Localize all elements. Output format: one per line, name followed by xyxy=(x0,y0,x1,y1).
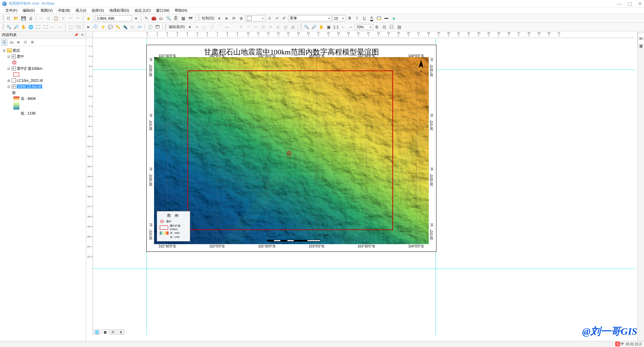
layout-fwd[interactable]: → xyxy=(347,24,354,30)
zoom-out-button[interactable]: 🔎 xyxy=(13,24,19,30)
pan-button[interactable]: ✋ xyxy=(20,24,27,30)
text-button[interactable]: A xyxy=(266,15,273,22)
menu-bookmarks[interactable]: 书签(B) xyxy=(55,7,73,14)
rotate-tool[interactable]: ⟳ xyxy=(267,24,274,30)
toc-close-icon[interactable]: ✕ xyxy=(81,33,84,37)
italic-button[interactable]: I xyxy=(354,15,360,22)
hyperlink-button[interactable]: ⚡ xyxy=(100,24,106,30)
scale-input[interactable] xyxy=(95,15,132,21)
create-features[interactable]: ▦ xyxy=(289,24,296,30)
catalog-button[interactable]: 🗂 xyxy=(158,15,164,22)
open-button[interactable]: 📂 xyxy=(13,15,19,22)
layout-zoom-out[interactable]: 🔎 xyxy=(310,24,317,30)
marker-color-button[interactable]: ● xyxy=(390,15,397,22)
create-viewer-button[interactable]: 🗔 xyxy=(154,24,161,30)
layer-checkbox[interactable] xyxy=(12,78,16,82)
select-element-button[interactable]: ➤ xyxy=(223,15,230,22)
map-title[interactable]: 甘肃积石山地震震中100km范围内数字高程模型晕渲图 xyxy=(147,47,436,57)
edit-vertices[interactable]: ✐ xyxy=(281,15,287,22)
minimize-button[interactable]: — xyxy=(617,1,622,6)
toolbar-grip[interactable] xyxy=(3,24,4,30)
layout-100[interactable]: 1:1 xyxy=(333,24,339,30)
zoom-to-elements[interactable]: ⊕ xyxy=(238,15,245,22)
add-data-button[interactable]: ◆ xyxy=(85,15,92,22)
toc-list-by-source[interactable]: 🗃 xyxy=(8,39,14,45)
map-body[interactable] xyxy=(154,57,429,244)
dock-tab-catalog[interactable]: 目录 xyxy=(638,33,644,37)
edit-vertices2[interactable]: ✐ xyxy=(238,24,245,30)
point-tool[interactable]: · xyxy=(231,24,237,30)
font-size-select[interactable]: 10 xyxy=(332,15,346,21)
bold-button[interactable]: B xyxy=(346,15,353,22)
underline-button[interactable]: U xyxy=(361,15,368,22)
copy-button[interactable]: ⧉ xyxy=(45,15,52,22)
fwd-extent[interactable]: → xyxy=(57,24,63,30)
time-slider-button[interactable]: 🕘 xyxy=(147,24,153,30)
editor-dropdown[interactable]: ▾ xyxy=(186,24,193,30)
draw-dropdown[interactable]: ▾ xyxy=(216,15,223,22)
fixed-zoom-out[interactable]: ⛶ xyxy=(42,24,49,30)
fixed-zoom-in[interactable]: ⛶ xyxy=(35,24,41,30)
reshape-tool[interactable]: 〰 xyxy=(245,24,252,30)
clear-selection-button[interactable]: ⌫ xyxy=(75,24,81,30)
straight-segment[interactable]: ╱ xyxy=(209,24,215,30)
layout-view[interactable]: 0123456789101112131415161718192021222324… xyxy=(86,31,637,341)
menu-geoprocessing[interactable]: 地理处理(G) xyxy=(107,7,132,14)
menu-view[interactable]: 视图(V) xyxy=(38,7,55,14)
toolbar-grip[interactable] xyxy=(165,24,166,30)
arccatalog-button[interactable]: 🗄 xyxy=(172,15,179,22)
html-popup-button[interactable]: 💬 xyxy=(107,24,114,30)
focus-data-frame[interactable]: ⊡ xyxy=(381,24,388,30)
menu-file[interactable]: 文件(F) xyxy=(3,7,20,14)
map-legend[interactable]: 图 例 震中 震中扩展100km 高 : 4904 xyxy=(157,211,190,241)
sketch-properties[interactable]: ▤ xyxy=(282,24,289,30)
layout-canvas[interactable]: 甘肃积石山地震震中100km范围内数字高程模型晕渲图 xyxy=(93,38,635,335)
layout-back[interactable]: ← xyxy=(340,24,347,30)
layout-pan[interactable]: ✋ xyxy=(318,24,325,30)
layout-view-tab[interactable]: ▦ xyxy=(102,329,108,335)
change-layout[interactable]: ⿴ xyxy=(388,24,395,30)
toc-options[interactable]: ⚙ xyxy=(29,39,35,45)
new-button[interactable]: 🗋 xyxy=(5,15,12,22)
full-extent-button[interactable]: 🌐 xyxy=(27,24,34,30)
select-features-button[interactable]: ⬚ xyxy=(67,24,74,30)
layer-checkbox[interactable] xyxy=(12,84,16,89)
scale-dropdown[interactable]: ▾ xyxy=(133,15,139,22)
menu-insert[interactable]: 插入(I) xyxy=(73,7,89,14)
edit-annotation[interactable]: ▷ xyxy=(201,24,208,30)
back-extent[interactable]: ← xyxy=(49,24,56,30)
toolbox-button[interactable]: 🧰 xyxy=(150,15,157,22)
attributes-button[interactable]: 🗉 xyxy=(275,24,281,30)
ime-indicator[interactable]: S 中 xyxy=(615,341,624,347)
toc-pin-icon[interactable]: 📌 xyxy=(74,33,78,37)
toggle-draft-mode[interactable]: 🗎 xyxy=(374,24,380,30)
menu-edit[interactable]: 编辑(E) xyxy=(20,7,38,14)
map-frame[interactable]: 甘肃积石山地震震中100km范围内数字高程模型晕渲图 xyxy=(146,45,436,252)
model-builder-button[interactable]: 🗺 xyxy=(187,15,194,22)
menu-selection[interactable]: 选择(S) xyxy=(89,7,107,14)
trace-tool[interactable]: ↝ xyxy=(223,24,230,30)
toc-layer-lc10m[interactable]: ⊞ LC10m_2022.tif xyxy=(1,77,85,83)
close-button[interactable]: ✕ xyxy=(638,1,642,6)
menu-help[interactable]: 帮助(H) xyxy=(172,7,190,14)
pointer-button[interactable]: ➤ xyxy=(85,24,92,30)
split-tool[interactable]: ⊟ xyxy=(260,24,267,30)
guide-line[interactable] xyxy=(93,269,635,269)
north-arrow-icon[interactable]: N xyxy=(416,60,426,73)
editor-toolbar-btn[interactable]: ✎ xyxy=(143,15,150,22)
layer-checkbox[interactable] xyxy=(12,66,16,70)
identify-button[interactable]: ⓘ xyxy=(92,24,99,30)
toolbar-grip[interactable] xyxy=(198,15,200,21)
rotate-button[interactable]: ⟳ xyxy=(231,15,237,22)
data-view-tab[interactable]: 🌐 xyxy=(94,329,100,335)
dock-tab-search[interactable]: 搜索 xyxy=(638,39,644,44)
find-button[interactable]: 🔦 xyxy=(122,24,128,30)
line-color-button[interactable] xyxy=(383,15,390,22)
edit-tool[interactable]: ➤ xyxy=(194,24,201,30)
maximize-button[interactable]: ▢ xyxy=(628,1,632,6)
go-to-xy-button[interactable]: XY xyxy=(136,24,143,30)
undo-button[interactable]: ↶ xyxy=(67,15,74,22)
toc-list-by-drawing-order[interactable]: ☰ xyxy=(1,39,7,45)
pause-drawing-button[interactable]: ⏸ xyxy=(118,329,124,335)
toc-root[interactable]: ⊟ 图层 xyxy=(1,47,85,53)
